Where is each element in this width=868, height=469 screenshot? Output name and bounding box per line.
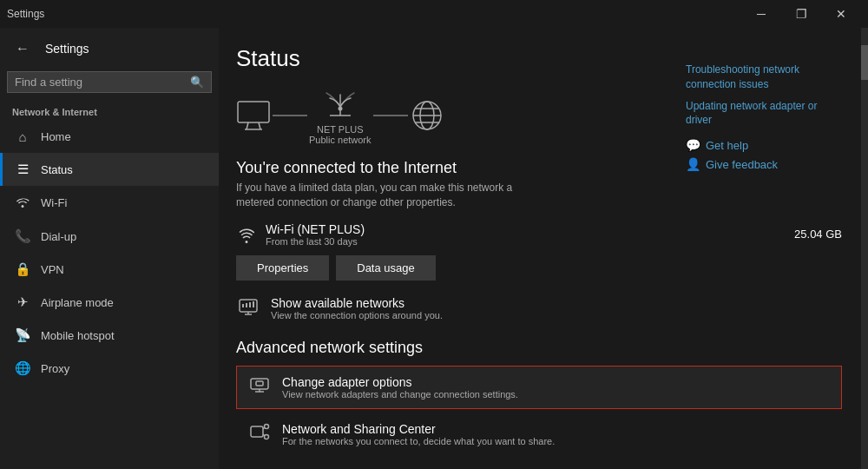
- sharing-item-sub: For the networks you connect to, decide …: [282, 436, 555, 446]
- svg-line-1: [247, 122, 248, 129]
- show-networks-item[interactable]: Show available networks View the connect…: [236, 296, 842, 321]
- sharing-settings-icon: [249, 422, 270, 441]
- sharing-icon: [247, 422, 272, 446]
- sharing-center-item[interactable]: Network and Sharing Center For the netwo…: [236, 413, 842, 456]
- sidebar-header: ← Settings: [0, 28, 219, 68]
- sidebar-item-dialup-label: Dial-up: [41, 230, 76, 243]
- computer-node: [236, 100, 271, 131]
- show-networks-sub: View the connection options around you.: [271, 310, 443, 320]
- sidebar-item-proxy-label: Proxy: [41, 362, 69, 375]
- data-usage-button[interactable]: Data usage: [336, 255, 436, 281]
- internet-node: [410, 100, 444, 131]
- sidebar-item-wifi-label: Wi-Fi: [41, 196, 67, 209]
- sidebar-item-home-label: Home: [41, 130, 71, 143]
- help-icon: 💬: [686, 138, 700, 152]
- svg-rect-23: [251, 426, 263, 437]
- sidebar-item-status[interactable]: ☰ Status: [0, 153, 219, 186]
- wifi-network-name: Wi-Fi (NET PLUS): [266, 222, 365, 236]
- titlebar-left: Settings: [7, 8, 44, 20]
- search-icon-button[interactable]: 🔍: [190, 76, 204, 89]
- sidebar-item-status-label: Status: [41, 163, 73, 176]
- network-list-icon: [238, 296, 259, 317]
- content-inner: Status: [236, 45, 842, 469]
- sidebar-item-wifi[interactable]: Wi-Fi: [0, 186, 219, 220]
- sidebar-section-title: Network & Internet: [0, 100, 219, 121]
- network-diagram: NET PLUS Public network: [236, 86, 444, 145]
- wifi-sub-label: From the last 30 days: [266, 236, 365, 247]
- hotspot-icon: 📡: [15, 327, 30, 343]
- airplane-icon: ✈: [15, 294, 30, 310]
- search-box[interactable]: 🔍: [7, 71, 212, 93]
- sidebar-app-title: Settings: [45, 42, 89, 56]
- sidebar-item-airplane-label: Airplane mode: [41, 296, 114, 309]
- adapter-item-text: Change adapter options View network adap…: [282, 375, 518, 400]
- adapter-icon: [247, 375, 272, 399]
- wifi-data-usage: 25.04 GB: [794, 228, 842, 241]
- line-2: [373, 115, 408, 116]
- properties-button[interactable]: Properties: [236, 255, 329, 281]
- computer-icon: [236, 100, 271, 131]
- show-networks-title: Show available networks: [271, 296, 443, 310]
- titlebar: Settings ─ ❐ ✕: [0, 0, 868, 28]
- router-icon: [321, 86, 359, 121]
- titlebar-controls: ─ ❐ ✕: [741, 0, 861, 28]
- feedback-row: 👤 Give feedback: [686, 157, 842, 171]
- dialup-icon: 📞: [15, 228, 30, 244]
- sidebar-item-hotspot[interactable]: 📡 Mobile hotspot: [0, 319, 219, 352]
- close-button[interactable]: ✕: [821, 0, 861, 28]
- scrollbar[interactable]: [861, 28, 868, 469]
- adapter-item-sub: View network adapters and change connect…: [282, 389, 518, 400]
- home-icon: ⌂: [15, 129, 30, 144]
- troubleshoot-network-link[interactable]: Troubleshooting network connection issue…: [686, 63, 842, 92]
- sidebar-item-vpn-label: VPN: [41, 263, 64, 276]
- feedback-link[interactable]: Give feedback: [706, 158, 778, 171]
- action-buttons: Properties Data usage: [236, 255, 842, 281]
- update-driver-link[interactable]: Updating network adapter or driver: [686, 99, 842, 129]
- svg-line-2: [259, 122, 260, 129]
- svg-point-4: [338, 107, 342, 111]
- get-help-row: 💬 Get help: [686, 138, 842, 152]
- adapter-settings-icon: [249, 375, 270, 394]
- restore-button[interactable]: ❐: [781, 0, 821, 28]
- sidebar-item-airplane[interactable]: ✈ Airplane mode: [0, 286, 219, 319]
- network-name-label: NET PLUS Public network: [309, 124, 372, 145]
- minimize-button[interactable]: ─: [741, 0, 781, 28]
- search-input[interactable]: [15, 76, 190, 89]
- get-help-link[interactable]: Get help: [706, 139, 748, 152]
- wifi-nav-icon: [15, 195, 30, 211]
- wifi-left: Wi-Fi (NET PLUS) From the last 30 days: [236, 222, 365, 247]
- globe-icon: [410, 100, 444, 131]
- sidebar: ← Settings 🔍 Network & Internet ⌂ Home ☰…: [0, 28, 219, 469]
- adapter-item-title: Change adapter options: [282, 375, 518, 389]
- sidebar-item-dialup[interactable]: 📞 Dial-up: [0, 220, 219, 253]
- troubleshooter-item[interactable]: Network troubleshooter Diagnose and fix …: [236, 459, 842, 469]
- advanced-section-title: Advanced network settings: [236, 339, 842, 357]
- network-manager-icon: [236, 296, 260, 321]
- change-adapter-item[interactable]: Change adapter options View network adap…: [236, 366, 842, 409]
- sidebar-item-home[interactable]: ⌂ Home: [0, 121, 219, 153]
- app-body: ← Settings 🔍 Network & Internet ⌂ Home ☰…: [0, 28, 868, 469]
- wifi-info-row: Wi-Fi (NET PLUS) From the last 30 days 2…: [236, 222, 842, 247]
- line-1: [273, 115, 307, 116]
- feedback-icon: 👤: [686, 157, 700, 171]
- sharing-item-title: Network and Sharing Center: [282, 422, 555, 436]
- wifi-router-node: NET PLUS Public network: [309, 86, 372, 145]
- show-networks-text: Show available networks View the connect…: [271, 296, 443, 320]
- titlebar-title: Settings: [7, 8, 44, 20]
- svg-rect-0: [238, 102, 269, 122]
- scrollbar-thumb[interactable]: [861, 45, 868, 80]
- wifi-details: Wi-Fi (NET PLUS) From the last 30 days: [266, 222, 365, 247]
- sidebar-item-vpn[interactable]: 🔒 VPN: [0, 253, 219, 286]
- svg-rect-19: [251, 379, 268, 389]
- svg-rect-22: [256, 381, 263, 386]
- connected-desc: If you have a limited data plan, you can…: [236, 181, 531, 210]
- status-icon: ☰: [15, 162, 30, 177]
- wifi-signal-icon: [236, 225, 257, 244]
- sharing-item-text: Network and Sharing Center For the netwo…: [282, 422, 555, 446]
- sidebar-item-proxy[interactable]: 🌐 Proxy: [0, 352, 219, 385]
- content-area: Status: [219, 28, 868, 469]
- vpn-icon: 🔒: [15, 261, 30, 277]
- sidebar-item-hotspot-label: Mobile hotspot: [41, 329, 115, 342]
- proxy-icon: 🌐: [15, 360, 30, 376]
- back-button[interactable]: ←: [10, 36, 35, 61]
